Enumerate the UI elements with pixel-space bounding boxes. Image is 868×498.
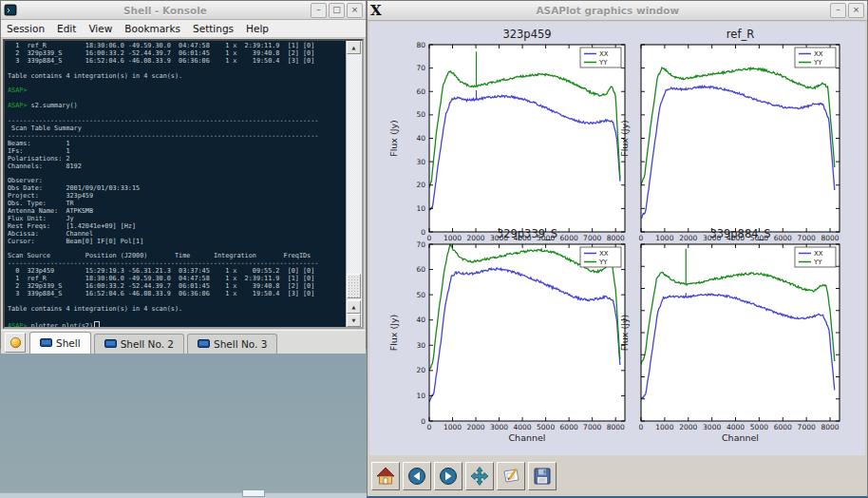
- svg-text:6000: 6000: [560, 234, 578, 242]
- svg-text:7000: 7000: [583, 234, 601, 242]
- konsole-title: Shell - Konsole: [20, 5, 311, 16]
- svg-text:8000: 8000: [821, 423, 840, 431]
- konsole-window: Shell - Konsole – □ × SessionEditViewBoo…: [0, 0, 367, 349]
- legend-label: XX: [814, 50, 823, 58]
- svg-text:2000: 2000: [679, 423, 697, 431]
- subplot-title: 323p459: [502, 28, 551, 41]
- save-button[interactable]: [528, 462, 557, 490]
- svg-text:4000: 4000: [726, 423, 745, 431]
- plot-canvas[interactable]: 0102030405060708001000200030004000500060…: [369, 22, 866, 455]
- close-button[interactable]: ×: [347, 3, 363, 18]
- tab-shell-no-3[interactable]: Shell No. 3: [187, 334, 277, 354]
- close-button[interactable]: ×: [848, 3, 864, 18]
- terminal-line: 3 339p884_S 16:52:04.6 -46.08.33.9 06:36…: [8, 291, 346, 298]
- back-icon: [406, 466, 427, 487]
- svg-text:1000: 1000: [443, 234, 462, 242]
- svg-text:60: 60: [416, 87, 425, 96]
- scroll-up-icon[interactable]: ▲: [347, 300, 361, 314]
- asaplot-window: X ASAPlot graphics window – × 0102030405…: [367, 0, 868, 498]
- svg-text:2000: 2000: [467, 234, 485, 242]
- menu-edit[interactable]: Edit: [57, 23, 76, 34]
- svg-text:0: 0: [421, 228, 425, 237]
- terminal-line: ASAP> plotter.plot(s2): [8, 321, 346, 327]
- svg-text:1000: 1000: [655, 234, 673, 242]
- forward-icon: [438, 466, 459, 487]
- tab-bar: ShellShell No. 2Shell No. 3: [1, 330, 366, 354]
- menu-help[interactable]: Help: [246, 23, 269, 34]
- forward-button[interactable]: [434, 462, 462, 490]
- shell-icon: [198, 339, 210, 349]
- home-button[interactable]: [371, 462, 400, 490]
- svg-text:30: 30: [416, 158, 425, 166]
- svg-text:1000: 1000: [443, 423, 462, 431]
- svg-text:3000: 3000: [703, 423, 721, 431]
- svg-text:0: 0: [639, 234, 644, 242]
- tab-shell[interactable]: Shell: [29, 332, 91, 354]
- svg-text:2000: 2000: [467, 423, 485, 431]
- svg-text:5000: 5000: [750, 423, 768, 431]
- terminal-line: Table contains 4 integration(s) in 4 sca…: [8, 306, 346, 314]
- terminal-cursor: [94, 321, 100, 327]
- ylabel: Flux (Jy): [619, 120, 630, 157]
- minimize-button[interactable]: –: [830, 3, 846, 18]
- ylabel: Flux (Jy): [388, 120, 399, 157]
- maximize-button[interactable]: □: [329, 3, 345, 18]
- legend-label: YY: [598, 59, 608, 67]
- back-button[interactable]: [403, 462, 431, 490]
- svg-text:70: 70: [416, 240, 425, 249]
- plot-toolbar: [368, 456, 867, 496]
- svg-text:8000: 8000: [607, 423, 625, 431]
- svg-text:10: 10: [416, 204, 425, 213]
- plot-canvas-area: 0102030405060708001000200030004000500060…: [369, 22, 865, 455]
- svg-text:7000: 7000: [583, 423, 601, 431]
- svg-text:0: 0: [427, 423, 432, 431]
- menu-view[interactable]: View: [88, 23, 112, 34]
- menu-bookmarks[interactable]: Bookmarks: [124, 23, 180, 34]
- pan-icon: [469, 466, 490, 487]
- asaplot-titlebar[interactable]: X ASAPlot graphics window – ×: [368, 1, 867, 21]
- terminal-line: 3 339p884_S 16:52:04.6 -46.08.33.9 06:36…: [8, 58, 346, 66]
- scroll-thumb[interactable]: [347, 274, 361, 298]
- scroll-down-icon[interactable]: ▼: [347, 314, 361, 327]
- terminal-line: Channels: 8192: [8, 163, 346, 171]
- tab-shell-no-2[interactable]: Shell No. 2: [94, 334, 184, 354]
- home-icon: [375, 466, 396, 487]
- terminal-line: [8, 314, 346, 321]
- ylabel: Flux (Jy): [619, 315, 630, 352]
- shell-icon: [104, 339, 117, 349]
- menu-bar: SessionEditViewBookmarksSettingsHelp: [1, 20, 366, 38]
- panel-handle[interactable]: [242, 489, 265, 497]
- legend-label: XX: [599, 50, 609, 58]
- subplot-title: 339p884_S: [709, 227, 770, 240]
- svg-text:40: 40: [416, 316, 425, 324]
- svg-text:0: 0: [427, 234, 432, 242]
- subplot-ref_R: 010002000300040005000600070008000Channel…: [619, 28, 840, 254]
- svg-text:20: 20: [416, 366, 425, 374]
- svg-text:7000: 7000: [798, 423, 816, 431]
- minimize-button[interactable]: –: [311, 3, 327, 18]
- terminal-line: [8, 81, 346, 88]
- svg-text:5000: 5000: [537, 423, 555, 431]
- terminal-line: Table contains 4 integration(s) in 4 sca…: [8, 73, 346, 81]
- menu-session[interactable]: Session: [7, 23, 45, 34]
- legend-label: XX: [814, 250, 823, 258]
- svg-text:6000: 6000: [560, 423, 578, 431]
- terminal[interactable]: 1 ref_R 18:30:06.0 -49.59.30.0 04:47:58 …: [3, 39, 364, 329]
- zoom-rect-button[interactable]: [497, 462, 525, 490]
- svg-text:20: 20: [416, 181, 425, 189]
- terminal-scrollbar[interactable]: ▲ ▲ ▼: [346, 41, 362, 327]
- terminal-text[interactable]: 1 ref_R 18:30:06.0 -49.59.30.0 04:47:58 …: [5, 41, 346, 327]
- subplot-329p339_S: 0102030405060700100020003000400050006000…: [388, 227, 625, 443]
- svg-text:4000: 4000: [514, 423, 532, 431]
- svg-text:10: 10: [416, 392, 425, 400]
- terminal-line: Cursor: Beam[0] IF[0] Pol[1]: [8, 239, 346, 246]
- scroll-up-icon[interactable]: ▲: [347, 41, 361, 54]
- pan-button[interactable]: [465, 462, 494, 490]
- svg-text:1000: 1000: [655, 423, 673, 431]
- terminal-line: [8, 170, 346, 178]
- panel-strip: [0, 492, 368, 498]
- menu-settings[interactable]: Settings: [193, 23, 234, 34]
- new-session-button[interactable]: [5, 333, 26, 353]
- konsole-titlebar[interactable]: Shell - Konsole – □ ×: [1, 1, 366, 20]
- terminal-line: ASAP>: [8, 87, 346, 95]
